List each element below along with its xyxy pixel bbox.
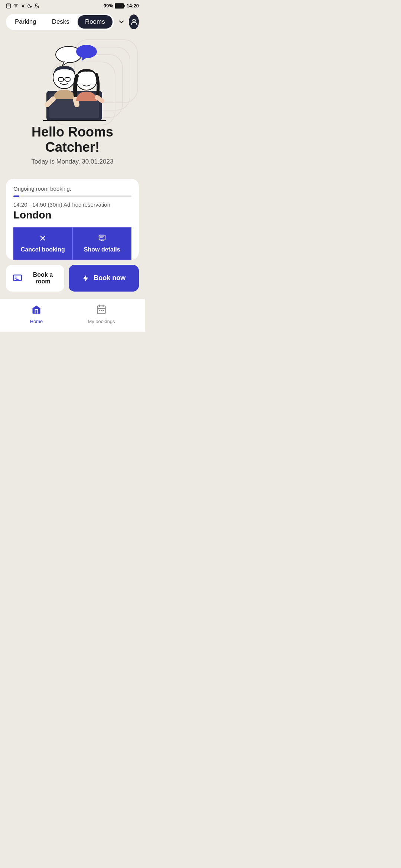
sim-icon	[6, 3, 11, 9]
book-a-room-button[interactable]: Book a room	[6, 265, 64, 292]
svg-rect-26	[102, 310, 104, 311]
show-details-button[interactable]: Show details	[73, 227, 132, 260]
hero-section: Hello Rooms Catcher! Today is Monday, 30…	[0, 36, 145, 173]
time: 14:20	[127, 3, 139, 9]
nav-label-my-bookings: My bookings	[88, 319, 115, 324]
svg-rect-5	[115, 4, 123, 8]
nav-item-home[interactable]: Home	[30, 304, 43, 324]
bottom-nav: Home My bookings	[0, 299, 145, 332]
svg-point-12	[76, 45, 97, 58]
show-details-label: Show details	[84, 246, 120, 253]
tab-desks[interactable]: Desks	[45, 15, 77, 29]
room-icon	[12, 272, 23, 285]
svg-rect-0	[7, 4, 11, 8]
status-bar: 99% 14:20	[0, 0, 145, 10]
card-actions: Cancel booking Show details	[13, 227, 131, 260]
details-icon	[98, 234, 106, 244]
battery-percent: 99%	[104, 3, 113, 9]
book-a-room-label: Book a room	[27, 272, 58, 285]
booking-card: Ongoing room booking: 14:20 - 14:50 (30m…	[6, 179, 139, 260]
svg-point-2	[16, 7, 16, 8]
avatar-icon	[130, 18, 138, 26]
hero-subtitle: Today is Monday, 30.01.2023	[32, 158, 114, 165]
svg-rect-21	[99, 235, 105, 240]
book-now-label: Book now	[94, 274, 125, 282]
booking-location: London	[13, 209, 131, 221]
moon-icon	[27, 3, 32, 9]
nav-dropdown-button[interactable]	[117, 15, 126, 29]
cancel-booking-button[interactable]: Cancel booking	[13, 227, 73, 260]
home-icon	[31, 304, 42, 317]
cancel-icon	[39, 234, 47, 244]
bottom-actions: Book a room Book now	[6, 265, 139, 292]
book-now-button[interactable]: Book now	[69, 265, 139, 292]
user-avatar[interactable]	[129, 14, 139, 29]
booking-progress-fill	[13, 195, 19, 197]
hero-title: Hello Rooms Catcher!	[7, 124, 137, 155]
top-nav: Parking Desks Rooms	[0, 10, 145, 36]
cancel-booking-label: Cancel booking	[21, 246, 65, 253]
booking-time: 14:20 - 14:50 (30m) Ad-hoc reservation	[13, 201, 131, 208]
svg-rect-25	[101, 310, 102, 311]
svg-rect-1	[7, 4, 10, 5]
tab-rooms[interactable]: Rooms	[78, 15, 113, 29]
bluetooth-icon	[21, 3, 25, 9]
hero-illustration	[20, 36, 124, 121]
lightning-icon	[82, 274, 90, 282]
booking-label: Ongoing room booking:	[13, 185, 131, 192]
nav-tab-group: Parking Desks Rooms	[6, 14, 114, 30]
tab-parking[interactable]: Parking	[7, 15, 44, 29]
status-right: 99% 14:20	[104, 3, 139, 9]
svg-rect-24	[99, 310, 100, 311]
status-icons-left	[6, 3, 39, 9]
calendar-icon	[96, 304, 107, 317]
svg-rect-22	[13, 275, 22, 280]
svg-point-6	[133, 19, 135, 22]
wifi-icon	[13, 3, 19, 9]
bell-icon	[34, 3, 39, 9]
chevron-down-icon	[118, 18, 125, 26]
nav-item-my-bookings[interactable]: My bookings	[88, 304, 115, 324]
svg-rect-16	[58, 78, 63, 81]
booking-progress-bar	[13, 195, 131, 197]
svg-rect-17	[65, 78, 70, 81]
battery-icon	[115, 3, 125, 9]
nav-label-home: Home	[30, 319, 43, 324]
